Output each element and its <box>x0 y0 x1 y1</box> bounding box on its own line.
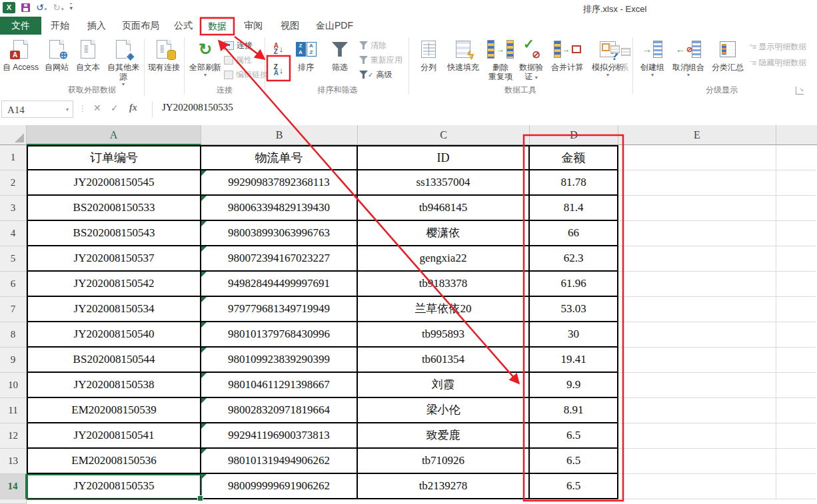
tab-jinshan-pdf[interactable]: 金山PDF <box>308 17 361 35</box>
cell-a7[interactable]: JY202008150534 <box>27 297 201 322</box>
cell-b3[interactable]: 980063394829139430 <box>201 196 358 221</box>
cell-a8[interactable]: JY202008150540 <box>27 322 201 348</box>
cell-f11[interactable] <box>776 398 816 423</box>
cell-f13[interactable] <box>776 449 816 474</box>
cell-d2[interactable]: 81.78 <box>530 170 618 196</box>
cell-d7[interactable]: 53.03 <box>530 297 618 322</box>
cell-e9[interactable] <box>618 348 776 373</box>
cell-e3[interactable] <box>618 196 776 221</box>
remove-duplicates-button[interactable]: → 删除重复项 <box>485 37 516 81</box>
cell-c7[interactable]: 兰草依依20 <box>358 297 530 322</box>
relationships-button[interactable]: 关系 <box>608 37 632 72</box>
properties-button[interactable]: 属性 <box>224 53 268 67</box>
cell-c5[interactable]: gengxia22 <box>358 246 530 272</box>
cell-c14[interactable]: tb2139278 <box>358 474 530 499</box>
cell-f14[interactable] <box>776 474 816 499</box>
sort-descending-button[interactable]: ZA↓ <box>269 60 289 80</box>
cell-e1[interactable] <box>618 145 776 170</box>
ungroup-button[interactable]: ←⊘ 取消组合▾ <box>670 37 707 78</box>
cell-a11[interactable]: EM202008150539 <box>27 398 201 423</box>
cell-a2[interactable]: JY202008150545 <box>27 170 201 196</box>
save-icon[interactable] <box>21 3 30 12</box>
cell-a12[interactable]: JY202008150541 <box>27 423 201 449</box>
tab-file[interactable]: 文件 <box>0 17 41 35</box>
cell-b13[interactable]: 980101319494906262 <box>201 449 358 474</box>
cell-a4[interactable]: BS202008150543 <box>27 221 201 246</box>
cell-b12[interactable]: 992941196900373813 <box>201 423 358 449</box>
cell-e12[interactable] <box>618 423 776 449</box>
cell-f5[interactable] <box>776 246 816 272</box>
tab-view[interactable]: 视图 <box>272 17 308 35</box>
column-header-d[interactable]: D <box>530 125 618 145</box>
cell-c9[interactable]: tb601354 <box>358 348 530 373</box>
cell-e8[interactable] <box>618 322 776 348</box>
row-header[interactable]: 1 <box>0 145 27 170</box>
customize-quick-access-icon[interactable]: ▾ <box>70 3 73 11</box>
cell-e14[interactable] <box>618 474 776 499</box>
connections-button[interactable]: 连接 <box>224 39 268 52</box>
row-header[interactable]: 12 <box>0 423 27 449</box>
sort-ascending-button[interactable]: AZ↓ <box>269 40 289 57</box>
cell-a3[interactable]: BS202008150533 <box>27 196 201 221</box>
row-header-selected[interactable]: 14 <box>0 474 27 499</box>
cell-b4[interactable]: 980038993063996763 <box>201 221 358 246</box>
row-header[interactable]: 4 <box>0 221 27 246</box>
cell-d14[interactable]: 6.5 <box>530 474 618 499</box>
formula-bar-value[interactable]: JY202008150535 <box>162 102 233 113</box>
row-header[interactable]: 2 <box>0 170 27 196</box>
cell-c3[interactable]: tb9468145 <box>358 196 530 221</box>
from-other-sources-button[interactable]: ◈ 自其他来源▾ <box>104 37 143 87</box>
cell-e5[interactable] <box>618 246 776 272</box>
tab-formulas[interactable]: 公式 <box>167 17 200 35</box>
sort-button[interactable]: ZAAZ 排序 <box>291 37 321 72</box>
subtotal-button[interactable]: 分类汇总 <box>708 37 747 72</box>
column-header-c[interactable]: C <box>358 125 530 145</box>
cell-d8[interactable]: 30 <box>530 322 618 348</box>
edit-links-button[interactable]: 编辑链接 <box>224 68 268 81</box>
tab-page-layout[interactable]: 页面布局 <box>115 17 167 35</box>
formula-bar-resize-handle[interactable]: ⋮ <box>79 104 87 113</box>
cell-e4[interactable] <box>618 221 776 246</box>
column-header-f[interactable] <box>776 125 817 145</box>
cell-e10[interactable] <box>618 373 776 398</box>
name-box[interactable]: A14▾ <box>1 101 73 118</box>
cell-f7[interactable] <box>776 297 816 322</box>
cell-b11[interactable]: 980028320971819664 <box>201 398 358 423</box>
create-group-button[interactable]: → 创建组▾ <box>636 37 668 78</box>
cell-c4[interactable]: 樱潇依 <box>358 221 530 246</box>
cell-f8[interactable] <box>776 322 816 348</box>
row-header[interactable]: 10 <box>0 373 27 398</box>
cell-e13[interactable] <box>618 449 776 474</box>
filter-button[interactable]: 筛选 <box>325 37 355 72</box>
cell-d10[interactable]: 9.9 <box>530 373 618 398</box>
cell-c6[interactable]: tb9183378 <box>358 272 530 297</box>
cell-d4[interactable]: 66 <box>530 221 618 246</box>
cancel-entry-icon[interactable]: ✕ <box>93 103 101 113</box>
cell-b9[interactable]: 980109923839290399 <box>201 348 358 373</box>
cell-f1[interactable] <box>776 145 816 170</box>
cell-f10[interactable] <box>776 373 816 398</box>
row-header[interactable]: 9 <box>0 348 27 373</box>
cell-c13[interactable]: tb710926 <box>358 449 530 474</box>
cell-d3[interactable]: 81.4 <box>530 196 618 221</box>
tab-data[interactable]: 数据 <box>200 17 235 35</box>
column-header-b[interactable]: B <box>201 125 358 145</box>
from-text-button[interactable]: ≡≡ 自文本 <box>73 37 103 72</box>
cell-b6[interactable]: 949828494499997691 <box>201 272 358 297</box>
clear-filter-button[interactable]: 清除 <box>359 39 403 52</box>
cell-d11[interactable]: 8.91 <box>530 398 618 423</box>
row-header[interactable]: 3 <box>0 196 27 221</box>
cell-b5[interactable]: 980072394167023227 <box>201 246 358 272</box>
cell-d9[interactable]: 19.41 <box>530 348 618 373</box>
cell-d1[interactable]: 金额 <box>530 145 618 170</box>
cell-b7[interactable]: 979779681349719949 <box>201 297 358 322</box>
undo-button[interactable]: ↺▾ <box>36 1 47 13</box>
cell-d5[interactable]: 62.3 <box>530 246 618 272</box>
row-header[interactable]: 13 <box>0 449 27 474</box>
cell-a10[interactable]: JY202008150538 <box>27 373 201 398</box>
cell-b14[interactable]: 980099999691906262 <box>201 474 358 499</box>
tab-home[interactable]: 开始 <box>41 17 79 35</box>
cell-b10[interactable]: 980104611291398667 <box>201 373 358 398</box>
cell-b2[interactable]: 992909837892368113 <box>201 170 358 196</box>
cell-c8[interactable]: tb995893 <box>358 322 530 348</box>
